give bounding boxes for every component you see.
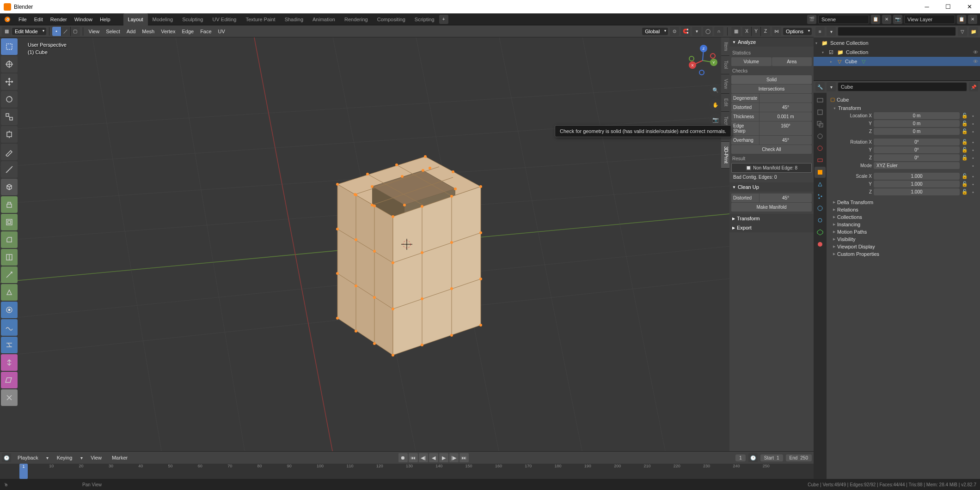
props-object-field[interactable]: Cube	[838, 82, 967, 91]
result-non-manifold[interactable]: 🔲Non Manifold Edge: 8	[731, 163, 812, 173]
end-frame-field[interactable]: End 250	[786, 454, 812, 461]
vp-menu-select[interactable]: Select	[103, 27, 123, 36]
outliner-collection[interactable]: ▾☑📁Collection 👁	[814, 48, 980, 57]
scene-new-button[interactable]: 📋	[871, 15, 880, 24]
vp-menu-edge[interactable]: Edge	[179, 27, 196, 36]
vp-menu-face[interactable]: Face	[197, 27, 214, 36]
smooth-tool[interactable]	[1, 319, 18, 336]
mode-dropdown[interactable]: Edit Mode	[12, 28, 46, 35]
display-mode-icon[interactable]: ▾	[827, 27, 836, 36]
overhang-value[interactable]: 45°	[760, 136, 812, 145]
tab-uv-editing[interactable]: UV Editing	[208, 13, 241, 25]
edge-slide-tool[interactable]	[1, 337, 18, 353]
filter-icon[interactable]: ▽	[958, 27, 967, 36]
rip-region-tool[interactable]	[1, 389, 18, 406]
tab-compositing[interactable]: Compositing	[373, 13, 410, 25]
menu-render[interactable]: Render	[47, 13, 71, 25]
degenerate-button[interactable]: Degenerate	[731, 94, 759, 103]
relations-section[interactable]: Relations	[827, 206, 980, 213]
area-button[interactable]: Area	[772, 57, 812, 66]
viewport-3d[interactable]: User Perspective (1) Cube X Y Z 🔍	[0, 37, 814, 451]
axis-x-button[interactable]: X	[742, 27, 752, 36]
blender-icon[interactable]	[2, 14, 13, 25]
clock-icon[interactable]: 🕐	[748, 453, 758, 462]
proportional-toggle[interactable]: ◯	[703, 27, 712, 36]
npanel-export-header[interactable]: Export	[729, 223, 814, 232]
autokey-icon[interactable]: ⏺	[398, 453, 408, 462]
scale-x-field[interactable]: 1.000	[874, 173, 960, 180]
tab-3d-print[interactable]: 3D-Print	[721, 142, 729, 169]
pin-icon[interactable]: 📌	[969, 82, 978, 91]
current-frame-field[interactable]: 1	[735, 454, 746, 461]
tl-view[interactable]: View	[87, 452, 105, 464]
proportional-dropdown[interactable]: ∩	[714, 27, 723, 36]
new-collection-button[interactable]: 📁	[969, 27, 978, 36]
scene-delete-button[interactable]: ✕	[882, 15, 891, 24]
viewlayer-browse-icon[interactable]: 📷	[893, 15, 902, 24]
measure-tool[interactable]	[1, 161, 18, 178]
thickness-button[interactable]: Thickness	[731, 112, 759, 121]
close-button[interactable]: ✕	[959, 0, 980, 13]
face-select-button[interactable]: ▢	[71, 27, 80, 36]
snap-dropdown[interactable]: ▾	[692, 27, 701, 36]
cleanup-distorted-button[interactable]: Distorted	[731, 194, 759, 202]
tab-shading[interactable]: Shading	[280, 13, 308, 25]
outliner-search[interactable]	[838, 27, 956, 36]
axis-z-button[interactable]: Z	[761, 27, 770, 36]
lock-icon[interactable]: 🔓	[962, 139, 968, 145]
camera-icon[interactable]: 📷	[709, 113, 722, 126]
location-x-field[interactable]: 0 m	[874, 112, 960, 119]
world-tab-icon[interactable]	[815, 143, 826, 154]
object-tab-icon[interactable]	[815, 167, 826, 178]
viewlayer-tab-icon[interactable]	[815, 119, 826, 130]
move-tool[interactable]	[1, 73, 18, 90]
menu-edit[interactable]: Edit	[31, 13, 47, 25]
mesh-tab-icon[interactable]	[815, 227, 826, 238]
cursor-tool[interactable]	[1, 56, 18, 73]
jump-end-button[interactable]: ⏭	[459, 453, 469, 462]
rotate-tool[interactable]	[1, 91, 18, 108]
menu-window[interactable]: Window	[71, 13, 96, 25]
axis-y-button[interactable]: Y	[752, 27, 761, 36]
lock-icon[interactable]: 🔓	[962, 147, 968, 153]
particle-tab-icon[interactable]	[815, 191, 826, 202]
motion-paths-section[interactable]: Motion Paths	[827, 228, 980, 236]
rotation-z-field[interactable]: 0°	[874, 154, 960, 161]
thickness-value[interactable]: 0.001 m	[760, 112, 812, 121]
add-cube-tool[interactable]	[1, 179, 18, 195]
scale-z-field[interactable]: 1.000	[874, 188, 960, 195]
select-box-tool[interactable]	[1, 38, 18, 55]
keyframe-prev-button[interactable]: ◀|	[419, 453, 428, 462]
vertex-select-button[interactable]: ⦁	[52, 27, 61, 36]
shrink-fatten-tool[interactable]	[1, 354, 18, 371]
minimize-button[interactable]: ─	[916, 0, 937, 13]
pivot-dropdown[interactable]: ⊙	[670, 27, 679, 36]
outliner-scene-collection[interactable]: ▾📁Scene Collection	[814, 38, 980, 48]
scene-field[interactable]: Scene	[818, 15, 869, 24]
rotation-y-field[interactable]: 0°	[874, 146, 960, 153]
spin-tool[interactable]	[1, 302, 18, 318]
timeline-editor-icon[interactable]: 🕐	[2, 453, 11, 462]
tab-animation[interactable]: Animation	[308, 13, 340, 25]
vp-menu-vertex[interactable]: Vertex	[158, 27, 178, 36]
tab-tool[interactable]: Tool	[721, 56, 729, 74]
vp-menu-uv[interactable]: UV	[215, 27, 228, 36]
instancing-section[interactable]: Instancing	[827, 221, 980, 228]
location-y-field[interactable]: 0 m	[874, 120, 960, 127]
add-workspace-button[interactable]: +	[439, 15, 448, 24]
constraint-tab-icon[interactable]	[815, 215, 826, 226]
degenerate-value[interactable]	[760, 94, 812, 103]
npanel-transform-header[interactable]: Transform	[729, 214, 814, 223]
edge-sharp-button[interactable]: Edge Sharp	[731, 121, 759, 135]
scene-tab-icon[interactable]	[815, 131, 826, 142]
lock-icon[interactable]: 🔓	[962, 181, 968, 187]
viewlayer-new-button[interactable]: 📋	[957, 15, 966, 24]
rotation-x-field[interactable]: 0°	[874, 139, 960, 145]
modifier-tab-icon[interactable]	[815, 179, 826, 190]
tab-sculpting[interactable]: Sculpting	[178, 13, 208, 25]
extrude-region-tool[interactable]	[1, 196, 18, 213]
edge-sharp-value[interactable]: 160°	[760, 121, 812, 135]
play-button[interactable]: ▶	[439, 453, 448, 462]
lock-icon[interactable]: 🔓	[962, 121, 968, 127]
vp-menu-mesh[interactable]: Mesh	[139, 27, 157, 36]
